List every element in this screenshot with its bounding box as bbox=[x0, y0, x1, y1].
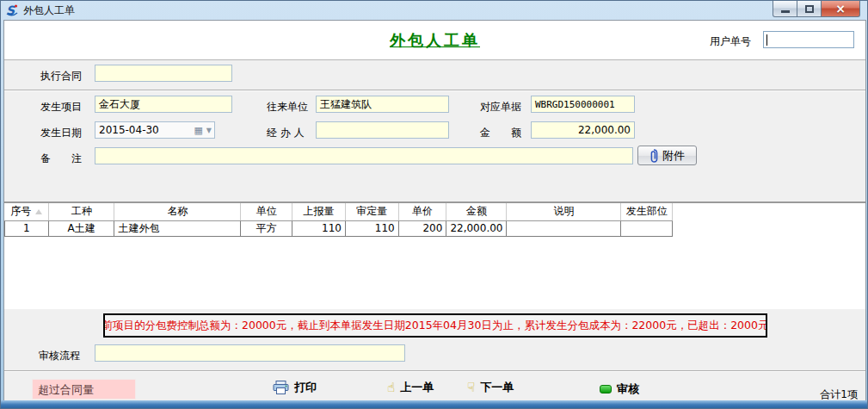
handler-input[interactable] bbox=[316, 121, 449, 139]
detail-table: 序号 工种 名称 单位 上报量 审定量 单价 金额 说明 发生部位 1 A土建 … bbox=[4, 203, 865, 237]
project-input[interactable]: 金石大厦 bbox=[95, 96, 232, 113]
minimize-icon bbox=[781, 10, 790, 13]
titlebar: S 外包人工单 × bbox=[1, 1, 867, 20]
col-header-worktype[interactable]: 工种 bbox=[48, 203, 114, 220]
amount-label: 金 额 bbox=[480, 126, 521, 140]
remark-input[interactable] bbox=[95, 147, 633, 164]
cell-amount: 22,000.00 bbox=[446, 220, 507, 236]
doc-no-input[interactable]: WBRGD150000001 bbox=[531, 96, 635, 113]
col-header-unit-price[interactable]: 单价 bbox=[398, 203, 446, 220]
attachment-button[interactable]: 附件 bbox=[637, 146, 697, 165]
next-order-label: 下一单 bbox=[480, 380, 514, 395]
close-button[interactable]: × bbox=[821, 1, 860, 17]
text-caret bbox=[766, 34, 767, 46]
col-header-description[interactable]: 说明 bbox=[507, 203, 621, 220]
amount-input[interactable]: 22,000.00 bbox=[531, 121, 635, 139]
footer-divider bbox=[4, 370, 865, 372]
date-label: 发生日期 bbox=[40, 126, 82, 140]
app-icon: S bbox=[5, 3, 19, 17]
col-header-reported-qty[interactable]: 上报量 bbox=[292, 203, 346, 220]
cell-reported-qty: 110 bbox=[292, 220, 346, 236]
counterpart-input[interactable]: 王猛建筑队 bbox=[316, 96, 449, 113]
sort-icon bbox=[35, 209, 42, 214]
hand-up-icon: ☝ bbox=[387, 380, 395, 395]
window-title: 外包人工单 bbox=[23, 3, 75, 18]
col-header-seq[interactable]: 序号 bbox=[5, 203, 49, 220]
previous-order-label: 上一单 bbox=[400, 380, 434, 395]
col-header-name[interactable]: 名称 bbox=[114, 203, 241, 220]
remark-label: 备 注 bbox=[40, 152, 82, 166]
counterpart-label: 往来单位 bbox=[267, 100, 308, 115]
next-order-button[interactable]: ☟ 下一单 bbox=[467, 380, 514, 395]
paperclip-icon bbox=[649, 149, 658, 163]
maximize-button[interactable] bbox=[797, 1, 822, 17]
cell-name: 土建外包 bbox=[114, 220, 241, 236]
handler-label: 经 办 人 bbox=[267, 126, 305, 140]
col-header-unit[interactable]: 单位 bbox=[241, 203, 292, 220]
audit-status-icon bbox=[600, 385, 612, 394]
attachment-button-label: 附件 bbox=[662, 148, 685, 164]
project-label: 发生项目 bbox=[40, 100, 82, 115]
contract-label: 执行合同 bbox=[40, 69, 82, 84]
cell-worktype: A土建 bbox=[48, 220, 114, 236]
date-dropdown-button[interactable]: ▦ ▼ bbox=[194, 122, 214, 138]
print-button[interactable]: 打印 bbox=[273, 380, 317, 395]
previous-order-button[interactable]: ☝ 上一单 bbox=[387, 380, 434, 395]
cell-approved-qty: 110 bbox=[345, 220, 398, 236]
audit-flow-label: 审核流程 bbox=[39, 349, 80, 363]
date-value: 2015-04-30 bbox=[99, 124, 159, 136]
cell-location bbox=[621, 220, 673, 236]
section-divider bbox=[4, 90, 865, 91]
cell-description bbox=[507, 220, 621, 236]
col-header-approved-qty[interactable]: 审定量 bbox=[345, 203, 398, 220]
table-header-row: 序号 工种 名称 单位 上报量 审定量 单价 金额 说明 发生部位 bbox=[5, 203, 865, 220]
audit-button-label: 审核 bbox=[617, 381, 639, 397]
window-controls: × bbox=[773, 1, 860, 17]
audit-flow-input[interactable] bbox=[95, 344, 405, 362]
doc-no-label: 对应单据 bbox=[480, 100, 521, 115]
chevron-down-icon: ▼ bbox=[206, 127, 212, 134]
table-row[interactable]: 1 A土建 土建外包 平方 110 110 200 22,000.00 bbox=[5, 220, 865, 236]
user-no-input[interactable] bbox=[763, 31, 854, 48]
cell-seq: 1 bbox=[5, 220, 49, 236]
minimize-button[interactable] bbox=[773, 1, 797, 17]
printer-icon bbox=[273, 381, 289, 394]
detail-grid: 序号 工种 名称 单位 上报量 审定量 单价 金额 说明 发生部位 1 A土建 … bbox=[4, 201, 865, 309]
maximize-icon bbox=[805, 5, 814, 13]
cell-unit-price: 200 bbox=[398, 220, 446, 236]
date-picker[interactable]: 2015-04-30 ▦ ▼ bbox=[95, 121, 215, 139]
user-no-label: 用户单号 bbox=[710, 34, 751, 49]
status-badge: 超过合同量 bbox=[32, 379, 136, 400]
print-button-label: 打印 bbox=[294, 380, 317, 395]
form-header: 外包人工单 用户单号 bbox=[4, 21, 865, 60]
cost-warning-box: 当前项目的分包费控制总额为：20000元，截止到本单据发生日期2015年04月3… bbox=[103, 313, 767, 338]
window-bottom-border bbox=[1, 400, 867, 408]
col-header-amount[interactable]: 金额 bbox=[446, 203, 507, 220]
cell-unit: 平方 bbox=[241, 220, 292, 236]
hand-down-icon: ☟ bbox=[467, 380, 475, 395]
audit-button[interactable]: 审核 bbox=[600, 381, 639, 397]
contract-input[interactable] bbox=[95, 65, 232, 82]
close-icon: × bbox=[835, 3, 846, 15]
form-client-area: 外包人工单 用户单号 执行合同 发生项目 金石大厦 往来单位 王猛建筑队 对应单… bbox=[3, 20, 866, 402]
window: S 外包人工单 × 外包人工单 用户单号 bbox=[0, 0, 868, 409]
col-header-location[interactable]: 发生部位 bbox=[621, 203, 673, 220]
calendar-icon: ▦ bbox=[194, 125, 202, 136]
